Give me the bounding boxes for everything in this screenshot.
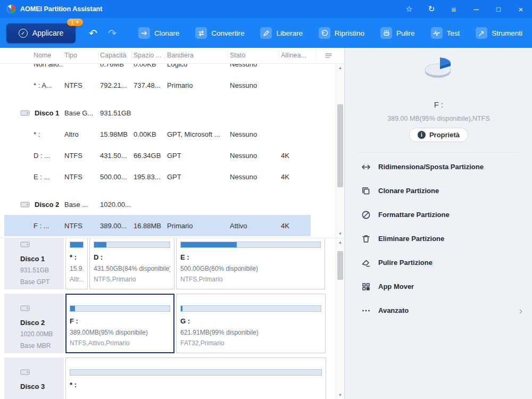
usage-bar	[94, 242, 170, 248]
scrollbar-thumb[interactable]	[337, 104, 343, 187]
action-wipe-partition[interactable]: Pulire Partizione	[345, 251, 532, 275]
format-icon	[361, 210, 371, 220]
disk2-info[interactable]: Disco 2 1020.00MB Base MBR	[4, 294, 64, 353]
partition-block-g[interactable]: G : 621.91MB(99% disponibile) FAT32,Prim…	[176, 294, 326, 353]
table-row-partition-f-selected[interactable]: F : ... NTFS 389.00... 16.88MB Primario …	[0, 215, 336, 236]
action-format-partition[interactable]: Formattare Partizione	[345, 203, 532, 227]
maximize-button[interactable]: □	[494, 5, 503, 13]
partition-panel: Nome Tipo Capacità Spazio ... Bandiera S…	[0, 48, 345, 399]
trash-icon	[361, 234, 371, 244]
sidebar-divider	[358, 152, 519, 153]
column-header-allineamento[interactable]: Allinea...	[279, 52, 317, 60]
action-advanced[interactable]: Avanzato ›	[345, 298, 532, 322]
toolbar-item-convertire[interactable]: Convertire	[195, 27, 244, 39]
cell-stato: Nessuno	[228, 130, 279, 138]
minimize-button[interactable]: ─	[471, 5, 481, 13]
cell-bandiera: GPT	[165, 173, 228, 181]
clone-icon	[361, 186, 371, 196]
eraser-icon	[361, 258, 371, 268]
refresh-icon[interactable]: ↻	[427, 4, 436, 14]
scroll-up-icon[interactable]: ▲	[336, 240, 344, 245]
disk3-info[interactable]: Disco 3	[4, 358, 64, 399]
check-icon: ✓	[19, 29, 28, 38]
toolbar: ✓ Applicare 1 ▼ ↶ ↷ Clonare	[0, 18, 532, 48]
toolbar-item-label: Pulire	[396, 29, 415, 37]
table-row-unallocated[interactable]: Non allo... 0.76MB 0.00KB Logico Nessuno	[0, 64, 336, 74]
properties-button[interactable]: i Proprietà	[409, 128, 468, 142]
chevron-right-icon: ›	[519, 305, 532, 317]
hamburger-menu-icon[interactable]: ≡	[449, 5, 459, 14]
cell-spazio: 737.48...	[132, 81, 165, 89]
toolbar-item-pulire[interactable]: Pulire	[380, 27, 415, 39]
cell-capacita: 1020.00...	[98, 201, 132, 209]
table-scrollbar[interactable]: ▲ ▼	[336, 64, 344, 238]
cell-bandiera: Logico	[165, 64, 228, 68]
apply-badge[interactable]: 1 ▼	[67, 19, 83, 26]
table-row-partition-d[interactable]: D : ... NTFS 431.50... 66.34GB GPT Nessu…	[0, 145, 336, 166]
partition-block-d3[interactable]: * :	[65, 358, 326, 399]
scrollbar-thumb[interactable]	[337, 251, 343, 280]
action-app-mover[interactable]: App Mover	[345, 275, 532, 298]
pencil-icon	[260, 27, 272, 39]
table-row-partition[interactable]: * : Altro 15.98MB 0.00KB GPT, Microsoft …	[0, 123, 336, 145]
partition-block-d[interactable]: D : 431.50GB(84% disponibile) NTFS,Prima…	[89, 238, 174, 289]
scroll-down-icon[interactable]: ▼	[336, 231, 344, 236]
partition-block-f-selected[interactable]: F : 389.00MB(95% disponibile) NTFS,Attiv…	[65, 294, 174, 353]
toolbar-item-label: Convertire	[211, 29, 244, 37]
redo-icon[interactable]: ↷	[106, 27, 118, 39]
disk-size: 1020.00MB	[20, 330, 62, 338]
cell-tipo: NTFS	[63, 152, 98, 160]
action-delete-partition[interactable]: Eliminare Partizione	[345, 227, 532, 251]
toolbar-item-liberare[interactable]: Liberare	[260, 27, 303, 39]
column-header-spazio[interactable]: Spazio ...	[132, 52, 165, 60]
cell-spazio: 16.88MB	[132, 222, 165, 230]
table-row-disk1[interactable]: Disco 1 Base G... 931.51GB	[0, 102, 336, 123]
app-grid-icon	[361, 282, 371, 292]
column-menu-icon[interactable]	[317, 52, 344, 60]
brush-icon	[380, 27, 392, 39]
partition-block-e[interactable]: E : 500.00GB(60% disponibile) NTFS,Prima…	[176, 238, 325, 289]
cell-allineamento: 4K	[279, 173, 317, 181]
aomei-logo-icon	[6, 4, 16, 14]
favorite-star-icon[interactable]: ☆	[404, 4, 414, 14]
scroll-down-icon[interactable]: ▼	[336, 393, 344, 397]
cell-nome: F : ...	[0, 222, 63, 230]
action-resize-move-partition[interactable]: Ridimensiona/Sposta Partizione	[345, 155, 532, 179]
scroll-up-icon[interactable]: ▲	[336, 65, 344, 70]
cell-capacita: 792.21...	[98, 81, 132, 89]
cell-tipo: Base ...	[63, 201, 98, 209]
cell-capacita: 15.98MB	[98, 130, 132, 138]
partition-block-d1-system[interactable]: * : 15.9... Altr...	[65, 238, 88, 289]
cell-nome: Non allo...	[0, 64, 63, 68]
convert-icon	[195, 27, 207, 39]
column-header-tipo[interactable]: Tipo	[63, 52, 98, 60]
column-header-capacita[interactable]: Capacità	[98, 52, 132, 60]
apply-button[interactable]: ✓ Applicare	[6, 23, 76, 43]
column-header-bandiera[interactable]: Bandiera	[165, 52, 228, 60]
action-clone-partition[interactable]: Clonare Partizione	[345, 179, 532, 203]
cell-nome: Disco 1	[0, 109, 63, 117]
toolbar-item-clonare[interactable]: Clonare	[138, 27, 179, 39]
cell-spazio: 0.00KB	[132, 130, 165, 138]
resize-arrows-icon	[361, 162, 371, 172]
table-row-disk2[interactable]: Disco 2 Base ... 1020.00...	[0, 194, 336, 215]
cell-tipo: Base G...	[63, 109, 98, 117]
table-row-partition-e[interactable]: E : ... NTFS 500.00... 195.83... GPT Nes…	[0, 166, 336, 187]
column-header-nome[interactable]: Nome	[0, 52, 63, 60]
cell-bandiera: GPT	[165, 152, 228, 160]
info-icon: i	[418, 131, 426, 139]
restore-icon	[319, 27, 330, 39]
disk1-info[interactable]: Disco 1 931.51GB Base GPT	[4, 238, 64, 289]
close-button[interactable]: ×	[516, 5, 526, 14]
undo-icon[interactable]: ↶	[87, 27, 99, 39]
badge-caret-icon: ▼	[76, 20, 79, 24]
toolbar-item-strumenti[interactable]: Strumenti	[476, 27, 522, 39]
column-header-stato[interactable]: Stato	[228, 52, 279, 60]
toolbar-item-test[interactable]: Test	[431, 27, 460, 39]
table-header: Nome Tipo Capacità Spazio ... Bandiera S…	[0, 48, 344, 64]
table-row-partition[interactable]: * : A... NTFS 792.21... 737.48... Primar…	[0, 74, 336, 96]
diskmap-scrollbar[interactable]: ▲ ▼	[336, 238, 344, 399]
disk-group-1: Disco 1 931.51GB Base GPT * : 15.9... Al…	[4, 238, 336, 289]
cell-tipo: NTFS	[63, 222, 98, 230]
toolbar-item-ripristino[interactable]: Ripristino	[319, 27, 364, 39]
